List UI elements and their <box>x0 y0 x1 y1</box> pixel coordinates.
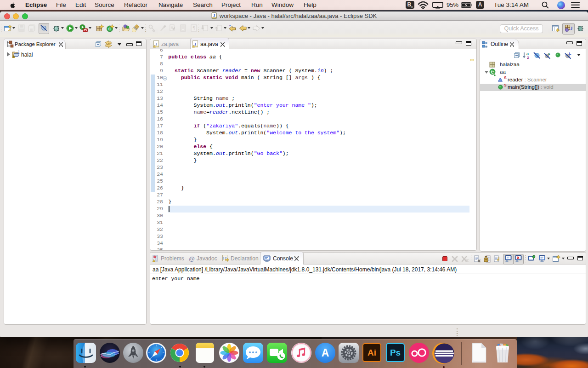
svg-text:A: A <box>322 347 329 359</box>
svg-text:C: C <box>491 70 494 75</box>
svg-text:J: J <box>155 42 157 46</box>
svg-text:s: s <box>548 52 550 56</box>
svg-text:J: J <box>194 42 196 46</box>
svg-text:z: z <box>527 55 529 59</box>
svg-text:L: L <box>569 52 571 56</box>
